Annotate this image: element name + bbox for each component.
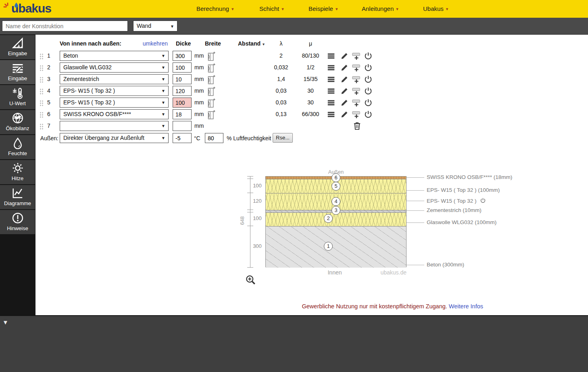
row-number: 1 [45,52,52,59]
sidebar-item-eingabe-geometrie[interactable]: Eingabe [0,35,35,59]
drag-handle[interactable] [40,53,44,60]
drag-handle[interactable] [40,100,44,106]
layer-table-header: Von innen nach außen: umkehren Dicke Bre… [39,40,361,48]
sidebar-item-eingabe-schichten[interactable]: Eingabe [0,60,35,84]
enable-layer-power-icon[interactable] [480,197,486,204]
thickness-input[interactable] [173,74,192,84]
layer-beton[interactable] [266,226,406,268]
material-select[interactable]: SWISS KRONO OSB/F**** [60,109,169,119]
mu-value: 66/300 [294,111,327,117]
edit-layer-icon[interactable] [340,75,349,84]
toggle-layer-icon[interactable] [364,87,373,96]
material-select-empty[interactable] [60,121,169,131]
insert-layer-icon[interactable] [352,110,361,119]
layer-row-7: 7 mm [39,121,386,132]
material-select[interactable]: EPS- W15 ( Top 32 ) [60,98,169,108]
menu-beispiele[interactable]: Beispiele [309,5,338,12]
weitere-infos-link[interactable]: Weitere Infos [449,303,483,310]
width-add-icon[interactable] [208,110,216,120]
unit-label: mm [194,99,204,106]
toggle-layer-icon[interactable] [364,52,373,60]
sidebar-item-u-wert[interactable]: U-Wert [0,85,35,109]
layer-marker-3[interactable]: 3 [332,206,340,215]
width-add-icon[interactable] [208,86,216,96]
rse-button[interactable]: Rse... [273,133,293,143]
insert-layer-icon[interactable] [352,98,361,107]
insert-layer-icon[interactable] [352,75,361,84]
toggle-layer-icon[interactable] [364,75,373,84]
unit-label: mm [194,64,204,71]
ubakus-logo[interactable]: ubakus [4,2,69,17]
material-select[interactable]: EPS- W15 ( Top 32 ) [60,86,169,96]
toggle-layer-icon[interactable] [364,98,373,107]
sidebar-item-feuchte[interactable]: Feuchte [0,135,35,159]
edit-layer-icon[interactable] [340,63,349,72]
edit-layer-icon[interactable] [340,52,349,60]
layer-menu-icon[interactable] [327,75,336,84]
sidebar-item-oekobilanz[interactable]: Ökobilanz [0,110,35,134]
edit-layer-icon[interactable] [340,110,349,119]
layer-menu-icon[interactable] [327,63,336,72]
menu-schicht[interactable]: Schicht [259,5,284,12]
lambda-value: 2 [263,52,299,59]
layer-marker-6[interactable]: 6 [332,173,340,182]
outside-temperature-input[interactable] [173,133,192,143]
sidebar-item-hitze[interactable]: Hitze [0,160,35,184]
layer-menu-icon[interactable] [327,110,336,119]
layer-menu-icon[interactable] [327,87,336,96]
layer-marker-1[interactable]: 1 [324,242,333,251]
sidebar-item-hinweise[interactable]: Hinweise [0,210,35,234]
drag-handle[interactable] [40,77,44,83]
menu-anleitungen[interactable]: Anleitungen [362,5,398,12]
material-select[interactable]: Zementestrich [60,74,169,84]
mu-value: 1/2 [294,64,327,71]
toggle-layer-icon[interactable] [364,63,373,72]
width-add-icon[interactable] [208,63,216,73]
sun-icon [12,162,24,174]
edit-list-icon [12,62,24,74]
layer-menu-icon[interactable] [327,98,336,107]
width-add-icon[interactable] [208,98,216,108]
row-number: 4 [45,87,52,94]
layer-menu-icon[interactable] [327,52,336,60]
insert-layer-icon[interactable] [352,63,361,72]
collapse-results-icon[interactable]: ▼ [2,319,8,326]
insert-layer-icon[interactable] [352,52,361,60]
insert-layer-icon[interactable] [352,87,361,96]
thickness-input-empty[interactable] [173,121,192,131]
menu-ubakus[interactable]: Ubakus [423,5,448,12]
width-add-icon[interactable] [208,51,216,61]
width-add-icon[interactable] [208,75,216,85]
callout-eps-off: EPS- W15 ( Top 32 ) [427,197,486,204]
construction-type-select[interactable]: Wand [133,21,177,31]
delete-layer-icon[interactable] [352,121,362,131]
col-header-abstand[interactable]: Abstand [238,40,265,47]
sidebar-item-diagramme[interactable]: Diagramme [0,185,35,209]
thickness-input-warning[interactable] [173,98,192,108]
edit-layer-icon[interactable] [340,87,349,96]
toggle-layer-icon[interactable] [364,110,373,119]
layer-marker-2[interactable]: 2 [324,214,333,223]
outside-humidity-input[interactable] [205,133,223,143]
thickness-input[interactable] [173,86,192,96]
thickness-input[interactable] [173,51,192,61]
drag-handle[interactable] [40,112,44,118]
lambda-value: 0,032 [263,64,299,71]
outside-condition-select[interactable]: Direkter Übergang zur Außenluft [60,133,169,143]
zoom-in-icon[interactable] [245,274,256,285]
drag-handle[interactable] [40,88,44,95]
menu-berechnung[interactable]: Berechnung [196,5,234,12]
drag-handle[interactable] [40,65,44,71]
drag-handle[interactable] [40,123,44,130]
thickness-input[interactable] [173,62,192,73]
reverse-link[interactable]: umkehren [142,40,168,47]
construction-name-input[interactable] [2,21,128,31]
geometry-ruler-icon [12,37,24,49]
material-select[interactable]: Glaswolle WLG032 [60,62,169,73]
mu-value: 30 [294,87,327,94]
layer-marker-5[interactable]: 5 [332,182,340,191]
material-select[interactable]: Beton [60,51,169,61]
layer-marker-4[interactable]: 4 [332,197,340,206]
edit-layer-icon[interactable] [340,98,349,107]
thickness-input[interactable] [173,109,192,119]
